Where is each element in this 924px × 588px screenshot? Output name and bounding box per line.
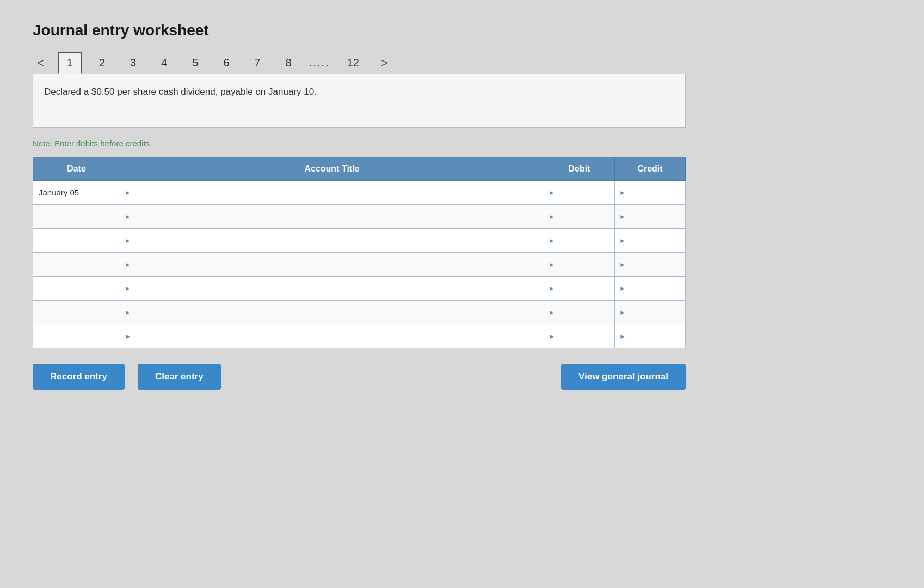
clear-entry-button[interactable]: Clear entry — [138, 364, 221, 390]
credit-input-4[interactable] — [628, 253, 681, 276]
credit-inner-6: ► — [615, 301, 685, 324]
credit-arrow-icon-7: ► — [619, 333, 626, 340]
credit-cell-4: ► — [615, 253, 686, 277]
debit-input-5[interactable] — [557, 277, 610, 300]
debit-input-4[interactable] — [557, 253, 610, 276]
date-cell-3 — [33, 229, 120, 253]
view-general-journal-button[interactable]: View general journal — [561, 364, 686, 390]
account-input-2[interactable] — [133, 205, 539, 228]
debit-arrow-icon-6: ► — [549, 309, 555, 316]
account-cell-5: ► — [120, 277, 544, 301]
account-input-1[interactable] — [133, 181, 539, 204]
cell-arrow-icon-4: ► — [125, 261, 131, 268]
pagination-item-3[interactable]: 3 — [122, 53, 144, 72]
credit-inner-7: ► — [615, 324, 685, 348]
credit-arrow-icon-6: ► — [619, 309, 626, 316]
account-cell-inner-2: ► — [120, 205, 544, 228]
debit-arrow-icon-2: ► — [549, 213, 555, 220]
header-date: Date — [33, 157, 120, 181]
account-cell-inner-1: ► — [120, 181, 544, 204]
account-input-5[interactable] — [133, 277, 539, 300]
credit-input-3[interactable] — [628, 229, 681, 252]
header-account: Account Title — [120, 157, 544, 181]
debit-input-3[interactable] — [557, 229, 610, 252]
credit-cell-5: ► — [615, 277, 686, 301]
credit-cell-7: ► — [615, 324, 686, 348]
prev-arrow[interactable]: < — [33, 54, 48, 72]
cell-arrow-icon-3: ► — [125, 237, 131, 244]
table-row: ► ► ► — [33, 253, 686, 277]
credit-input-7[interactable] — [628, 324, 681, 348]
account-cell-2: ► — [120, 205, 544, 229]
debit-arrow-icon-3: ► — [549, 237, 555, 244]
pagination-item-4[interactable]: 4 — [153, 53, 175, 72]
pagination-item-6[interactable]: 6 — [215, 53, 237, 72]
record-entry-button[interactable]: Record entry — [33, 364, 125, 390]
account-cell-1: ► — [120, 181, 544, 205]
pagination-item-12[interactable]: 12 — [340, 53, 367, 72]
debit-arrow-icon-7: ► — [549, 333, 555, 340]
pagination-dots: ..... — [309, 57, 330, 69]
account-cell-inner-6: ► — [120, 301, 544, 324]
debit-input-6[interactable] — [557, 301, 610, 324]
debit-inner-4: ► — [544, 253, 614, 276]
note-text: Note: Enter debits before credits. — [33, 139, 686, 148]
cell-arrow-icon-5: ► — [125, 285, 131, 292]
description-text: Declared a $0.50 per share cash dividend… — [44, 87, 317, 97]
debit-cell-6: ► — [544, 301, 615, 324]
page-title: Journal entry worksheet — [33, 22, 686, 39]
debit-cell-7: ► — [544, 324, 615, 348]
table-row: ► ► ► — [33, 205, 686, 229]
debit-cell-4: ► — [544, 253, 615, 277]
table-row: ► ► ► — [33, 301, 686, 324]
date-cell-4 — [33, 253, 120, 277]
pagination-item-2[interactable]: 2 — [91, 53, 113, 72]
header-debit: Debit — [544, 157, 615, 181]
credit-input-6[interactable] — [628, 301, 681, 324]
debit-inner-5: ► — [544, 277, 614, 300]
credit-input-1[interactable] — [628, 181, 681, 204]
cell-arrow-icon-7: ► — [125, 333, 131, 340]
table-header-row: Date Account Title Debit Credit — [33, 157, 686, 181]
pagination-item-7[interactable]: 7 — [247, 53, 268, 72]
credit-input-5[interactable] — [628, 277, 681, 300]
credit-inner-4: ► — [615, 253, 685, 276]
debit-inner-1: ► — [544, 181, 614, 204]
account-input-4[interactable] — [133, 253, 539, 276]
cell-arrow-icon-1: ► — [125, 189, 131, 197]
pagination-item-5[interactable]: 5 — [184, 53, 206, 72]
account-input-3[interactable] — [133, 229, 539, 252]
date-cell-2 — [33, 205, 120, 229]
pagination-item-8[interactable]: 8 — [278, 53, 299, 72]
pagination-item-1[interactable]: 1 — [58, 52, 82, 74]
credit-arrow-icon-1: ► — [619, 189, 626, 197]
next-arrow[interactable]: > — [377, 54, 392, 72]
main-container: Journal entry worksheet < 1 2 3 4 5 6 7 … — [33, 22, 686, 390]
credit-arrow-icon-4: ► — [619, 261, 626, 268]
debit-input-1[interactable] — [557, 181, 610, 204]
debit-inner-2: ► — [544, 205, 614, 228]
credit-arrow-icon-3: ► — [619, 237, 626, 244]
credit-cell-6: ► — [615, 301, 686, 324]
account-input-6[interactable] — [133, 301, 539, 324]
debit-input-7[interactable] — [557, 324, 610, 348]
debit-inner-7: ► — [544, 324, 614, 348]
cell-arrow-icon-6: ► — [125, 309, 131, 316]
credit-cell-1: ► — [615, 181, 686, 205]
credit-input-2[interactable] — [628, 205, 681, 228]
account-cell-4: ► — [120, 253, 544, 277]
debit-arrow-icon-4: ► — [549, 261, 555, 268]
date-cell-5 — [33, 277, 120, 301]
table-row: ► ► ► — [33, 229, 686, 253]
date-cell-6 — [33, 301, 120, 324]
credit-inner-1: ► — [615, 181, 685, 204]
account-input-7[interactable] — [133, 324, 539, 348]
date-cell-7 — [33, 324, 120, 348]
debit-input-2[interactable] — [557, 205, 610, 228]
account-cell-7: ► — [120, 324, 544, 348]
account-cell-inner-4: ► — [120, 253, 544, 276]
journal-table: Date Account Title Debit Credit January … — [33, 157, 686, 348]
credit-cell-2: ► — [615, 205, 686, 229]
description-box: Declared a $0.50 per share cash dividend… — [33, 74, 686, 128]
buttons-row: Record entry Clear entry View general jo… — [33, 364, 686, 390]
